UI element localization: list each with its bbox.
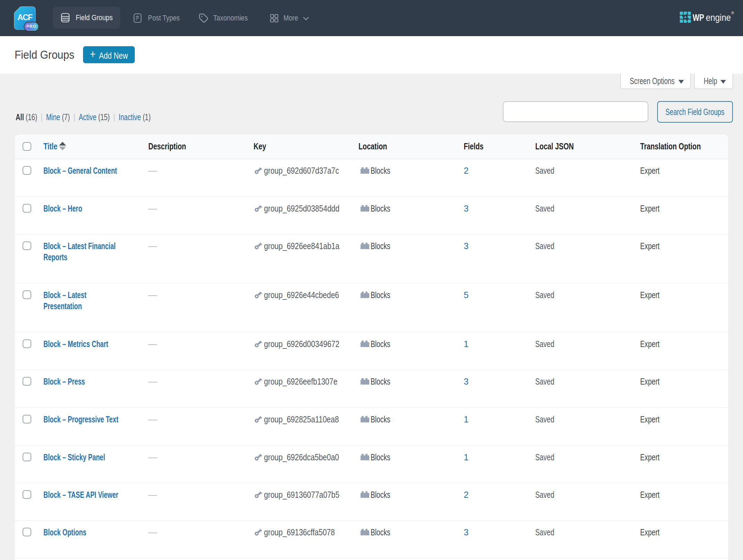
svg-text:ACF: ACF: [17, 13, 33, 22]
